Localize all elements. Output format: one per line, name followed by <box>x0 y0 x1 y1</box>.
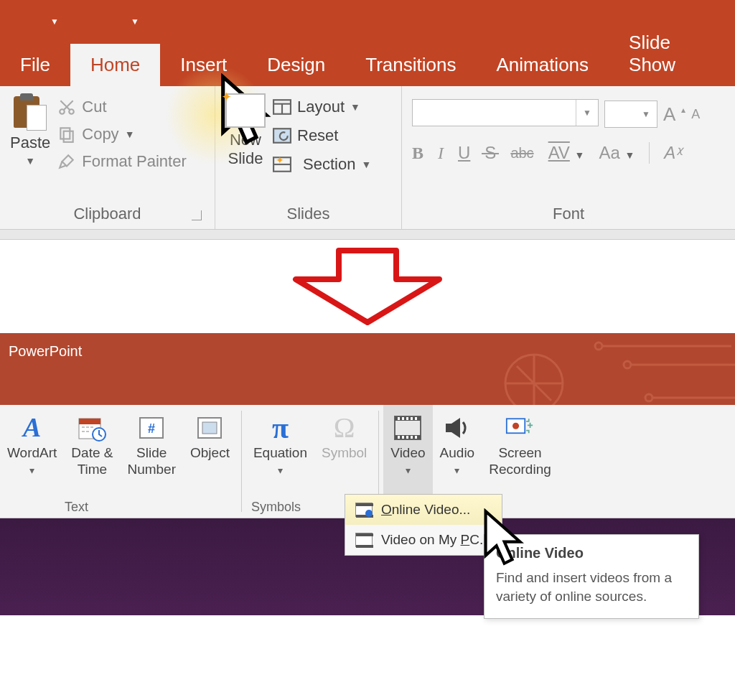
svg-rect-33 <box>415 417 417 420</box>
svg-rect-34 <box>398 436 400 439</box>
svg-point-18 <box>645 394 652 401</box>
tooltip: Online Video Find and insert videos from… <box>484 534 699 615</box>
menu-video-on-pc[interactable]: Video on My PC... <box>345 525 502 555</box>
font-family-select[interactable]: ▼ <box>412 99 599 126</box>
app-title: PowerPoint <box>9 343 82 359</box>
brush-icon <box>57 152 76 171</box>
svg-rect-8 <box>64 131 73 142</box>
scissors-icon <box>57 98 76 116</box>
screen-recording-icon <box>505 414 534 442</box>
decoration-circuit <box>491 333 735 405</box>
undo-caret-icon[interactable]: ▼ <box>50 17 59 27</box>
film-online-icon <box>355 503 373 517</box>
tab-file[interactable]: File <box>0 44 70 86</box>
paste-label: Paste <box>10 134 50 152</box>
svg-rect-20 <box>79 419 100 424</box>
tooltip-title: Online Video <box>496 545 687 561</box>
group-slides: ✦ New Slide Layout▼ Reset ✦ Section▼ <box>215 86 402 229</box>
film-local-icon <box>355 533 373 547</box>
layout-icon <box>273 99 291 115</box>
chevron-down-icon[interactable]: ▼ <box>576 100 598 126</box>
omega-icon: Ω <box>330 414 359 442</box>
paste-icon <box>14 93 47 131</box>
tab-home[interactable]: Home <box>70 44 160 86</box>
title-bar: PowerPoint <box>0 333 735 405</box>
svg-rect-25 <box>202 422 217 434</box>
tab-animations[interactable]: Animations <box>476 44 609 86</box>
font-group-label: Font <box>412 202 725 225</box>
layout-button[interactable]: Layout▼ <box>273 93 371 121</box>
svg-point-17 <box>624 361 631 368</box>
down-arrow-icon <box>274 243 461 330</box>
svg-rect-37 <box>411 436 413 439</box>
film-icon <box>393 414 422 442</box>
grow-font-button[interactable]: A <box>663 103 675 126</box>
svg-rect-32 <box>411 417 413 420</box>
svg-text:#: # <box>148 421 155 436</box>
paste-button[interactable]: Paste ▼ <box>10 93 50 202</box>
copy-icon <box>57 125 76 144</box>
svg-point-43 <box>365 510 373 517</box>
clipboard-group-label: Clipboard <box>10 202 205 225</box>
font-size-select[interactable]: ▼ <box>604 101 657 128</box>
ribbon-tabs: File Home Insert Design Transitions Anim… <box>0 43 735 86</box>
video-dropdown-menu: Online Video... Video on My PC... <box>345 494 502 556</box>
speaker-icon <box>443 414 472 442</box>
svg-rect-35 <box>402 436 404 439</box>
tab-design[interactable]: Design <box>247 44 345 86</box>
slide-number-button[interactable]: # Slide Number <box>120 405 183 518</box>
clear-format-button[interactable]: Aᵡ <box>664 143 682 163</box>
italic-button[interactable]: I <box>438 144 444 163</box>
symbols-group-label: Symbols <box>251 500 301 515</box>
tab-insert[interactable]: Insert <box>160 44 247 86</box>
svg-point-16 <box>595 342 602 350</box>
object-icon <box>195 414 224 442</box>
cut-button[interactable]: Cut <box>57 93 187 121</box>
svg-rect-41 <box>356 503 373 506</box>
svg-rect-29 <box>398 417 400 420</box>
wordart-icon: A <box>18 414 47 442</box>
shrink-font-button[interactable]: A <box>691 107 700 122</box>
svg-point-40 <box>512 423 519 429</box>
underline-button[interactable]: U <box>458 143 470 163</box>
change-case-button[interactable]: Aa ▼ <box>599 143 635 163</box>
ruler-strip <box>0 230 735 240</box>
new-slide-icon: ✦ <box>225 93 266 128</box>
strikethrough-button[interactable]: abc <box>510 145 533 162</box>
ribbon-home: Paste ▼ Cut Copy ▼ Format Painter <box>0 86 735 230</box>
bold-button[interactable]: B <box>412 144 423 163</box>
object-button[interactable]: Object <box>183 405 237 518</box>
svg-rect-38 <box>415 436 417 439</box>
group-clipboard: Paste ▼ Cut Copy ▼ Format Painter <box>0 86 215 229</box>
svg-rect-36 <box>406 436 408 439</box>
svg-rect-30 <box>402 417 404 420</box>
slides-group-label: Slides <box>225 202 391 225</box>
arrow-divider <box>0 240 735 333</box>
pi-icon: π <box>266 414 294 442</box>
char-spacing-button[interactable]: AV ▼ <box>548 143 585 163</box>
qat-customize-icon[interactable]: ▼ <box>131 17 139 27</box>
reset-icon <box>273 128 291 144</box>
wordart-button[interactable]: A WordArt▾ <box>0 405 64 518</box>
clipboard-launcher-icon[interactable] <box>192 210 202 220</box>
format-painter-button[interactable]: Format Painter <box>57 148 187 175</box>
menu-online-video[interactable]: Online Video... <box>345 495 502 525</box>
svg-rect-7 <box>61 128 70 139</box>
reset-button[interactable]: Reset <box>273 122 371 149</box>
paste-caret-icon[interactable]: ▼ <box>25 155 35 167</box>
slide-number-icon: # <box>137 414 166 442</box>
tab-slideshow[interactable]: Slide Show <box>609 22 735 86</box>
chevron-down-icon[interactable]: ▼ <box>635 101 657 127</box>
new-slide-button[interactable]: ✦ New Slide <box>225 93 266 202</box>
svg-rect-44 <box>356 533 373 536</box>
shadow-button[interactable]: S <box>484 143 496 163</box>
svg-rect-45 <box>356 545 373 548</box>
group-font: ▼ ▼ A ▴ A B I U S abc AV ▼ Aa ▼ Aᵡ <box>402 86 735 229</box>
copy-button[interactable]: Copy ▼ <box>57 121 187 148</box>
text-group-label: Text <box>65 500 88 515</box>
section-button[interactable]: ✦ Section▼ <box>273 151 371 178</box>
calendar-clock-icon <box>78 414 106 442</box>
tab-transitions[interactable]: Transitions <box>345 44 476 86</box>
tooltip-body: Find and insert videos from a variety of… <box>496 569 687 605</box>
svg-rect-31 <box>406 417 408 420</box>
